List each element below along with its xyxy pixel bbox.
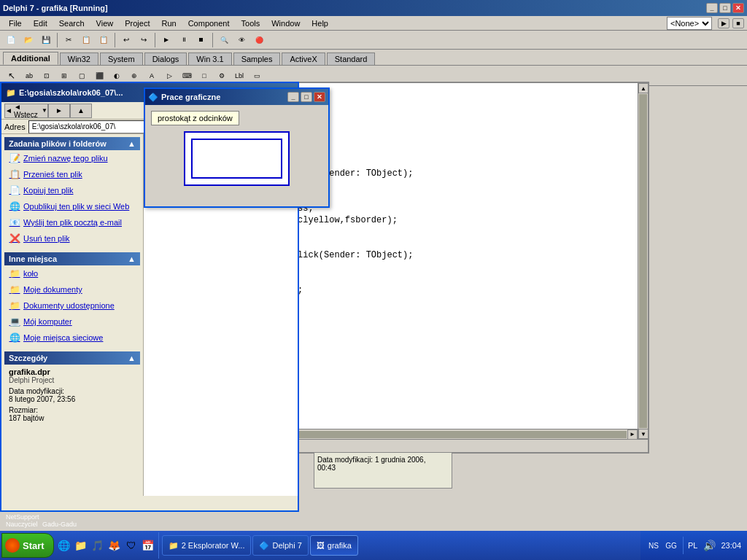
run-project-btn[interactable]: ▶ [158, 32, 174, 48]
explorer-quick-icon[interactable]: 📁 [74, 538, 88, 553]
prace-titlebar: 🔷 Prace graficzne _ □ ✕ [145, 89, 328, 105]
media-icon[interactable]: 🎵 [90, 538, 105, 553]
undo-btn[interactable]: ↩ [118, 32, 134, 48]
up-btn[interactable]: ▲ [70, 104, 92, 118]
kolo-item[interactable]: 📁 koło [4, 265, 140, 281]
tab-win32[interactable]: Win32 [60, 52, 98, 65]
delete-file-item[interactable]: ❌ Usuń ten plik [4, 230, 140, 246]
shared-icon: 📁 [9, 300, 20, 311]
watch-btn[interactable]: 👁 [233, 32, 249, 48]
inspect-btn[interactable]: 🔍 [216, 32, 232, 48]
gadu-label-area: Gadu-Gadu [42, 521, 77, 528]
file-tasks-toggle-icon: ▲ [128, 139, 136, 148]
antivirus-icon[interactable]: 🛡 [124, 538, 139, 553]
new-btn[interactable]: 📄 [3, 32, 19, 48]
copy-icon: 📄 [9, 184, 20, 196]
scroll-right-btn[interactable]: ► [627, 429, 638, 440]
other-places-header[interactable]: Inne miejsca ▲ [4, 252, 140, 265]
volume-icon[interactable]: 🔊 [702, 538, 716, 553]
mycomputer-item[interactable]: 💻 Mój komputer [4, 314, 140, 330]
cut-btn[interactable]: ✂ [61, 32, 77, 48]
prace-title-icon: 🔷 [148, 93, 158, 102]
language-indicator[interactable]: PL [688, 541, 697, 550]
browser-icon[interactable]: 🦊 [107, 538, 122, 553]
menu-run[interactable]: Run [155, 18, 182, 29]
netsupport-icon[interactable]: NS [646, 538, 661, 553]
start-button[interactable]: Start [1, 533, 54, 558]
folder-icon: 📁 [6, 88, 16, 98]
paste-btn[interactable]: 📋 [96, 32, 112, 48]
detail-size-label: Rozmiar: [9, 406, 136, 414]
redo-btn[interactable]: ↪ [136, 32, 152, 48]
menu-component[interactable]: Component [182, 18, 236, 29]
file-tasks-header[interactable]: Zadania plików i folderów ▲ [4, 137, 140, 150]
delphi-close-btn[interactable]: ✕ [732, 3, 744, 13]
vertical-scrollbar[interactable]: ▲ ▼ [638, 83, 648, 439]
tab-standard[interactable]: Standard [327, 52, 376, 65]
tab-samples[interactable]: Samples [233, 52, 281, 65]
delphi-title: Delphi 7 - grafika [Running] [3, 4, 108, 12]
copy-btn[interactable]: 📋 [78, 32, 94, 48]
pause-btn[interactable]: ⏸ [176, 32, 192, 48]
menu-view[interactable]: View [90, 18, 120, 29]
prace-maximize-btn[interactable]: □ [301, 92, 312, 102]
rename-file-item[interactable]: 📝 Zmień nazwę tego pliku [4, 150, 140, 166]
scroll-thumb-v[interactable] [639, 94, 647, 428]
menu-help[interactable]: Help [306, 18, 334, 29]
tab-activex[interactable]: ActiveX [282, 52, 325, 65]
back-btn[interactable]: ◄ ◄ Wstecz ▼ [4, 104, 48, 118]
forward-btn[interactable]: ► [48, 104, 70, 118]
calendar-icon[interactable]: 📅 [141, 538, 155, 553]
delphi-minimize-btn[interactable]: _ [706, 3, 718, 13]
prace-title-text: Prace graficzne [161, 93, 287, 101]
menu-project[interactable]: Project [119, 18, 155, 29]
ie-icon[interactable]: 🌐 [57, 538, 71, 553]
rename-icon: 📝 [9, 152, 20, 164]
mydocs-icon: 📁 [9, 284, 20, 295]
copy-file-item[interactable]: 📄 Kopiuj ten plik [4, 182, 140, 198]
explorer-taskbar-label: 2 Eksplorator W... [182, 541, 245, 550]
taskbar-tray: NS GG PL 🔊 23:04 [640, 531, 747, 560]
prace-minimize-btn[interactable]: _ [287, 92, 299, 102]
canvas-rectangle [191, 139, 282, 179]
component-select[interactable]: <None> [667, 17, 712, 30]
grafika-taskbar-label: grafika [328, 541, 352, 550]
delphi-maximize-btn[interactable]: □ [719, 3, 731, 13]
taskbar-item-grafika[interactable]: 🖼 grafika [310, 535, 358, 556]
gadu-gadu-icon[interactable]: GG [664, 538, 678, 553]
prace-close-btn[interactable]: ✕ [314, 92, 325, 102]
tab-win31[interactable]: Win 3.1 [188, 52, 231, 65]
tab-additional[interactable]: Additional [3, 52, 58, 65]
stop-btn[interactable]: ■ [732, 18, 744, 28]
sep4 [212, 33, 213, 47]
details-header[interactable]: Szczegóły ▲ [4, 351, 140, 365]
publish-file-item[interactable]: 🌐 Opublikuj ten plik w sieci Web [4, 198, 140, 214]
taskbar-item-delphi[interactable]: 🔷 Delphi 7 [252, 535, 308, 556]
tab-system[interactable]: System [100, 52, 143, 65]
prace-window: 🔷 Prace graficzne _ □ ✕ prostokąt z odci… [144, 88, 330, 208]
stop-project-btn[interactable]: ⏹ [193, 32, 209, 48]
open-btn[interactable]: 📂 [20, 32, 36, 48]
menu-file[interactable]: File [3, 18, 28, 29]
move-icon: 📋 [9, 168, 20, 180]
menu-tools[interactable]: Tools [236, 18, 266, 29]
network-item[interactable]: 🌐 Moje miejsca sieciowe [4, 330, 140, 346]
run-btn[interactable]: ▶ [718, 18, 729, 28]
breakpoint-btn[interactable]: 🔴 [251, 32, 267, 48]
menu-search[interactable]: Search [53, 18, 90, 29]
scroll-down-btn[interactable]: ▼ [638, 429, 649, 439]
sep1 [57, 33, 58, 47]
copy-label: Kopiuj ten plik [23, 186, 74, 195]
scroll-up-btn[interactable]: ▲ [638, 83, 649, 93]
menu-window[interactable]: Window [266, 18, 306, 29]
taskbar-item-explorer[interactable]: 📁 2 Eksplorator W... [162, 535, 252, 556]
prace-canvas[interactable] [184, 131, 290, 186]
email-file-item[interactable]: 📧 Wyślij ten plik pocztą e-mail [4, 214, 140, 230]
save-btn[interactable]: 💾 [38, 32, 54, 48]
menu-edit[interactable]: Edit [28, 18, 53, 29]
shared-docs-item[interactable]: 📁 Dokumenty udostępnione [4, 298, 140, 314]
tab-dialogs[interactable]: Dialogs [144, 52, 187, 65]
move-file-item[interactable]: 📋 Przenieś ten plik [4, 166, 140, 182]
mydocs-item[interactable]: 📁 Moje dokumenty [4, 281, 140, 298]
component-tabs: Additional Win32 System Dialogs Win 3.1 … [0, 50, 747, 66]
